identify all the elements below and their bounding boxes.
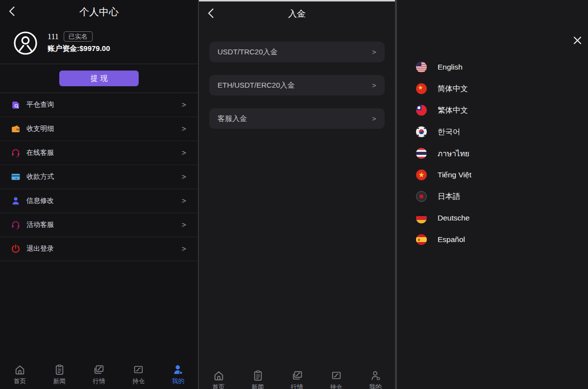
positions-icon	[330, 369, 343, 382]
news-icon	[53, 364, 66, 376]
home-icon	[213, 369, 225, 382]
menu-item[interactable]: 收款方式 >	[0, 165, 198, 189]
close-button[interactable]	[572, 35, 583, 46]
language-option[interactable]: Tiếng Việt	[416, 164, 580, 186]
vn-flag-icon	[416, 170, 427, 180]
tabbar-item[interactable]: 持仓	[317, 369, 356, 389]
user-section: 111 已实名 账户资金:$9979.00	[0, 24, 198, 64]
wallet-icon	[10, 123, 21, 134]
th-flag-icon	[416, 148, 427, 159]
withdraw-section: 提现	[0, 64, 198, 93]
menu-item-label: 在线客服	[26, 148, 54, 157]
deposit-option[interactable]: 客服入金 >	[209, 108, 385, 129]
profile-filled-icon	[172, 364, 184, 376]
deposit-options: USDT/TRC20入金 > ETH/USDT/ERC20入金 > 客服入金 >	[199, 25, 395, 129]
profile-menu: 平仓查询 > 收支明细 > 在线客服 > 收款方式	[0, 93, 198, 261]
menu-item-label: 收支明细	[26, 124, 54, 133]
card-icon	[10, 171, 21, 182]
language-option[interactable]: 日本語	[416, 186, 580, 207]
language-panel: English 简体中文 繁体中文 한국어	[397, 0, 588, 389]
language-label: 日本語	[438, 192, 461, 202]
language-list: English 简体中文 繁体中文 한국어	[416, 56, 580, 250]
language-label: ภาษาไทย	[438, 147, 469, 160]
language-option[interactable]: Español	[416, 229, 580, 250]
menu-item[interactable]: 退出登录 >	[0, 237, 198, 261]
language-option[interactable]: 한국어	[416, 121, 580, 143]
language-label: 한국어	[438, 127, 461, 137]
tabbar-label: 新闻	[53, 377, 66, 386]
user-name: 111	[48, 32, 59, 41]
tw-flag-icon	[416, 105, 427, 116]
language-option[interactable]: English	[416, 56, 580, 78]
menu-item[interactable]: 活动客服 >	[0, 213, 198, 237]
chevron-right-icon: >	[182, 124, 186, 133]
tabbar-item[interactable]: 首页	[0, 364, 40, 389]
headset-icon	[10, 147, 21, 158]
chevron-right-icon: >	[182, 148, 186, 157]
page-title: 个人中心	[0, 0, 198, 24]
tabbar-label: 行情	[291, 383, 303, 389]
jp-flag-icon	[416, 191, 427, 202]
withdraw-button[interactable]: 提现	[59, 71, 139, 86]
deposit-header: 入金	[199, 0, 395, 25]
menu-item-label: 活动客服	[26, 220, 54, 229]
tabbar-item[interactable]: 新闻	[40, 364, 79, 389]
menu-item-label: 退出登录	[26, 244, 54, 253]
chevron-right-icon: >	[182, 220, 186, 229]
back-chevron-icon	[6, 5, 18, 17]
tabbar-label: 持仓	[132, 377, 145, 386]
deposit-option-label: 客服入金	[218, 114, 247, 123]
chevron-right-icon: >	[182, 244, 186, 253]
tabbar-label: 首页	[213, 383, 225, 389]
language-label: 繁体中文	[438, 105, 468, 116]
menu-item[interactable]: 收支明细 >	[0, 117, 198, 141]
tabbar-label: 新闻	[252, 383, 264, 389]
cn-flag-icon	[416, 83, 427, 94]
tabbar-label: 我的	[369, 383, 382, 389]
deposit-option[interactable]: USDT/TRC20入金 >	[209, 42, 385, 62]
tabbar-label: 持仓	[330, 383, 343, 389]
tabbar-label: 首页	[14, 377, 26, 386]
language-label: Deutsche	[438, 214, 469, 222]
deposit-option[interactable]: ETH/USDT/ERC20入金 >	[209, 75, 385, 96]
tabbar-item[interactable]: 首页	[199, 369, 238, 389]
headset-icon	[10, 219, 21, 230]
menu-item[interactable]: 信息修改 >	[0, 189, 198, 213]
language-option[interactable]: Deutsche	[416, 207, 580, 229]
power-icon	[10, 243, 21, 254]
doc-search-icon	[10, 99, 21, 110]
language-option[interactable]: 简体中文	[416, 78, 580, 99]
tabbar-item[interactable]: 新闻	[238, 369, 277, 389]
back-button[interactable]	[205, 7, 217, 19]
home-icon	[14, 364, 26, 376]
deposit-option-label: ETH/USDT/ERC20入金	[218, 81, 295, 90]
menu-item-label: 收款方式	[26, 172, 54, 181]
language-label: Tiếng Việt	[438, 170, 471, 179]
menu-item-label: 平仓查询	[26, 100, 54, 109]
bottom-tabbar: 首页 新闻 行情 持仓 我的	[0, 360, 198, 389]
language-label: English	[438, 63, 463, 72]
tabbar-item[interactable]: 行情	[277, 369, 317, 389]
positions-icon	[132, 364, 145, 376]
tabbar-item[interactable]: 我的	[158, 364, 198, 389]
market-icon	[93, 364, 105, 376]
menu-item-label: 信息修改	[26, 196, 54, 205]
bottom-tabbar: 首页 新闻 行情 持仓 我的	[199, 365, 395, 389]
news-icon	[252, 369, 264, 382]
avatar-icon	[13, 31, 38, 55]
app-screen: 个人中心 111 已实名 账户资金:$9979.00 提现 平仓查询 >	[0, 0, 588, 389]
tabbar-item[interactable]: 持仓	[119, 364, 158, 389]
profile-icon	[369, 369, 382, 382]
language-option[interactable]: ภาษาไทย	[416, 143, 580, 164]
menu-item[interactable]: 在线客服 >	[0, 141, 198, 165]
tabbar-item[interactable]: 行情	[79, 364, 119, 389]
tabbar-item[interactable]: 我的	[356, 369, 395, 389]
tabbar-label: 我的	[172, 377, 184, 386]
chevron-right-icon: >	[182, 172, 186, 181]
market-icon	[291, 369, 303, 382]
language-label: 简体中文	[438, 84, 468, 94]
language-option[interactable]: 繁体中文	[416, 99, 580, 121]
back-button[interactable]	[6, 5, 18, 17]
chevron-right-icon: >	[372, 81, 376, 89]
menu-item[interactable]: 平仓查询 >	[0, 93, 198, 117]
